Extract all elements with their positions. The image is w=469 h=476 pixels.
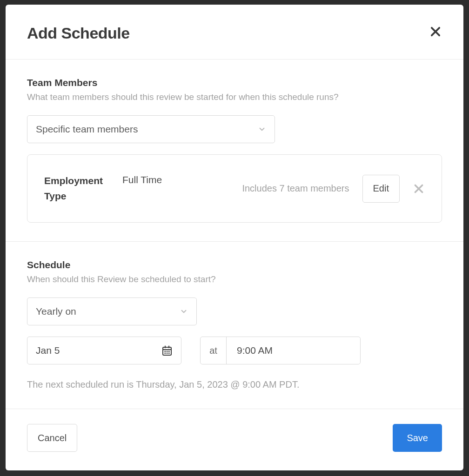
schedule-title: Schedule: [27, 259, 442, 271]
schedule-desc: When should this Review be scheduled to …: [27, 274, 442, 284]
cancel-button[interactable]: Cancel: [27, 424, 77, 452]
team-members-section: Team Members What team members should th…: [6, 60, 463, 242]
date-value: Jan 5: [36, 345, 60, 356]
next-run-text: The next scheduled run is Thursday, Jan …: [27, 379, 442, 390]
frequency-select[interactable]: Yearly on: [27, 298, 197, 325]
save-button[interactable]: Save: [393, 424, 442, 452]
filter-includes-text: Includes 7 team members: [242, 183, 349, 194]
at-label: at: [201, 337, 227, 364]
team-filter-card: Employment Type Full Time Includes 7 tea…: [27, 154, 442, 223]
filter-type-label: Employment Type: [44, 173, 109, 204]
modal-title: Add Schedule: [27, 24, 130, 42]
team-members-select-value: Specific team members: [36, 124, 138, 135]
frequency-value: Yearly on: [36, 306, 76, 317]
chevron-down-icon: [258, 125, 266, 133]
edit-filter-button[interactable]: Edit: [362, 175, 400, 203]
svg-rect-13: [168, 353, 170, 354]
svg-rect-10: [168, 351, 170, 352]
filter-type-value: Full Time: [122, 173, 162, 185]
team-members-select[interactable]: Specific team members: [27, 115, 275, 143]
svg-rect-12: [167, 353, 168, 354]
time-input[interactable]: 9:00 AM: [227, 337, 360, 364]
calendar-icon: [161, 345, 173, 356]
svg-rect-8: [165, 351, 166, 352]
remove-filter-icon[interactable]: [413, 183, 425, 195]
schedule-datetime-row: Jan 5 a: [27, 337, 442, 364]
svg-rect-9: [167, 351, 168, 352]
schedule-section: Schedule When should this Review be sche…: [6, 242, 463, 409]
close-icon[interactable]: [429, 25, 442, 38]
modal-footer: Cancel Save: [6, 409, 463, 470]
time-value: 9:00 AM: [237, 345, 273, 356]
add-schedule-modal: Add Schedule Team Members What team memb…: [6, 5, 463, 470]
time-input-group: at 9:00 AM: [200, 337, 361, 364]
date-input[interactable]: Jan 5: [27, 337, 181, 364]
team-members-title: Team Members: [27, 77, 442, 88]
chevron-down-icon: [180, 307, 188, 316]
team-members-desc: What team members should this review be …: [27, 92, 442, 102]
svg-rect-11: [165, 353, 166, 354]
modal-header: Add Schedule: [6, 5, 463, 60]
